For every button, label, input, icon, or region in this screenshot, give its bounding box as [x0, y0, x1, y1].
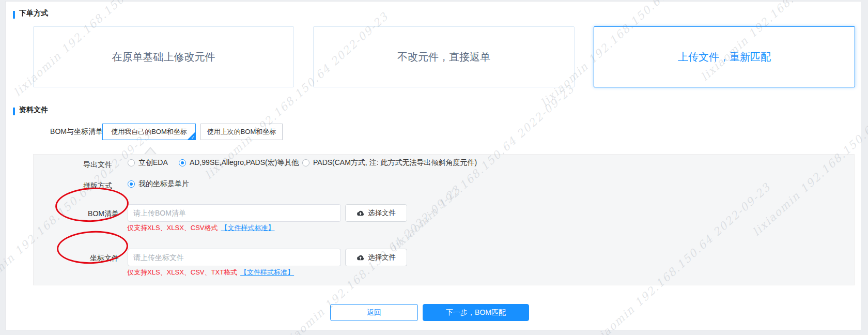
radio-pads-cam[interactable]: PADS(CAM方式, 注: 此方式无法导出倾斜角度元件) — [302, 158, 477, 168]
export-file-label: 导出文件 — [34, 160, 112, 170]
bom-format-hint: 仅支持XLS、XLSX、CSV格式【文件样式标准】 — [127, 223, 275, 233]
radio-label: 立创EDA — [138, 158, 168, 168]
hint-text: 仅支持XLS、XLSX、CSV格式 — [127, 224, 218, 232]
order-option-modify-components[interactable]: 在原单基础上修改元件 — [33, 26, 294, 87]
tab-use-my-bom-coord[interactable]: 使用我自己的BOM和坐标 ✓ — [102, 124, 196, 140]
coord-choose-file-button[interactable]: 选择文件 — [345, 249, 407, 266]
choose-file-label: 选择文件 — [368, 208, 396, 218]
radio-lceda[interactable]: 立创EDA — [128, 158, 168, 168]
order-option-upload-rematch[interactable]: 上传文件，重新匹配 — [594, 26, 855, 87]
section-marker — [13, 108, 15, 115]
coord-file-style-standard-link[interactable]: 【文件样式标准】 — [240, 268, 294, 276]
back-button-label: 返回 — [367, 308, 381, 317]
section-title-files: 资料文件 — [19, 105, 48, 115]
bom-choose-file-button[interactable]: 选择文件 — [345, 204, 407, 222]
order-option-repeat-order[interactable]: 不改元件，直接返单 — [313, 26, 575, 87]
back-button[interactable]: 返回 — [330, 304, 418, 321]
radio-ad-99se-allegro-pads[interactable]: AD,99SE,Allegro,PADS(宏)等其他 — [179, 158, 299, 168]
radio-icon — [128, 159, 135, 166]
radio-icon — [179, 159, 186, 166]
tab-label: 使用上次的BOM和坐标 — [207, 127, 276, 136]
tab-label: 使用我自己的BOM和坐标 — [111, 127, 187, 136]
next-step-bom-match-button[interactable]: 下一步，BOM匹配 — [423, 304, 529, 321]
radio-label: 我的坐标是单片 — [138, 179, 189, 189]
content-card: 下单方式 在原单基础上修改元件 不改元件，直接返单 上传文件，重新匹配 资料文件… — [5, 1, 861, 330]
cloud-upload-icon — [357, 210, 364, 217]
panel-caret — [146, 148, 155, 154]
order-option-label: 上传文件，重新匹配 — [678, 50, 771, 64]
section-title-order-method: 下单方式 — [19, 9, 48, 18]
coord-format-hint: 仅支持XLS、XLSX、CSV、TXT格式【文件样式标准】 — [127, 268, 294, 277]
next-button-label: 下一步，BOM匹配 — [446, 308, 506, 317]
radio-label: PADS(CAM方式, 注: 此方式无法导出倾斜角度元件) — [313, 158, 477, 168]
section-marker — [13, 11, 15, 19]
cloud-upload-icon — [357, 254, 364, 261]
radio-icon — [128, 180, 135, 188]
check-icon: ✓ — [191, 135, 195, 140]
hint-text: 仅支持XLS、XLSX、CSV、TXT格式 — [127, 268, 237, 276]
order-page: lixiaomin 192.168.150.64 2022-09-23 lixi… — [0, 0, 868, 335]
coord-file-input[interactable] — [128, 249, 341, 266]
order-option-label: 不改元件，直接返单 — [397, 50, 490, 64]
bom-file-input[interactable] — [128, 204, 341, 222]
bom-coord-list-label: BOM与坐标清单 — [37, 127, 103, 136]
tab-use-last-bom-coord[interactable]: 使用上次的BOM和坐标 — [200, 124, 283, 140]
choose-file-label: 选择文件 — [368, 253, 396, 262]
radio-label: AD,99SE,Allegro,PADS(宏)等其他 — [190, 158, 299, 168]
bom-file-style-standard-link[interactable]: 【文件样式标准】 — [221, 224, 275, 232]
radio-single-piece-coords[interactable]: 我的坐标是单片 — [128, 179, 189, 189]
upload-panel: 导出文件 立创EDA AD,99SE,Allegro,PADS(宏)等其他 PA… — [33, 154, 855, 285]
radio-icon — [302, 159, 309, 166]
order-option-label: 在原单基础上修改元件 — [112, 50, 215, 64]
